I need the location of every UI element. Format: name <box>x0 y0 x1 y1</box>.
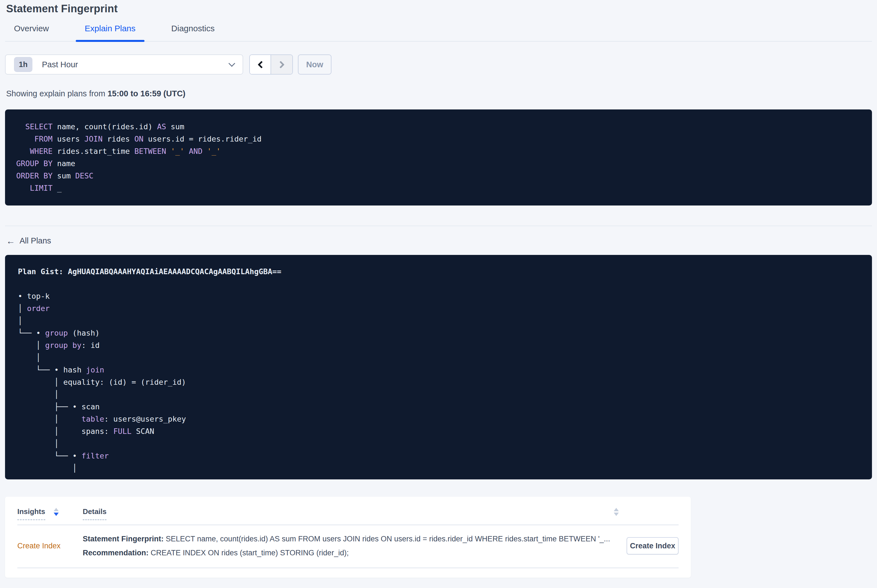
insights-table-header: Insights Details <box>17 507 678 525</box>
tab-overview[interactable]: Overview <box>5 24 58 41</box>
time-range-label: Past Hour <box>42 60 78 69</box>
previous-interval-button[interactable] <box>250 55 271 74</box>
time-step-buttons <box>249 54 293 75</box>
page-title: Statement Fingerprint <box>6 3 872 15</box>
tab-explain-plans[interactable]: Explain Plans <box>76 24 144 41</box>
insights-column-header: Insights <box>17 507 83 520</box>
showing-range: 15:00 to 16:59 (UTC) <box>108 89 186 98</box>
insights-card: Insights Details Create Index Statement … <box>5 497 691 578</box>
insight-row: Create Index Statement Fingerprint: SELE… <box>17 525 678 568</box>
sort-asc-icon <box>54 508 59 511</box>
time-range-select[interactable]: 1h Past Hour <box>5 54 243 75</box>
details-header-label: Details <box>83 507 107 520</box>
tab-diagnostics[interactable]: Diagnostics <box>162 24 224 41</box>
plan-gist-header: Plan Gist: AgHUAQIABQAAAHYAQIAiAEAAAADCQ… <box>18 266 859 278</box>
arrow-left-icon: ← <box>6 237 15 245</box>
sort-insights-icon[interactable] <box>54 508 59 516</box>
recommendation-label: Recommendation: <box>83 549 149 557</box>
time-range-badge: 1h <box>14 57 32 72</box>
create-index-button[interactable]: Create Index <box>627 537 678 555</box>
create-index-link[interactable]: Create Index <box>17 542 83 550</box>
chevron-left-icon <box>258 61 265 68</box>
sort-desc-icon <box>614 513 619 516</box>
sql-statement-code: SELECT name, count(rides.id) AS sum FROM… <box>16 121 861 194</box>
insight-details: Statement Fingerprint: SELECT name, coun… <box>83 532 627 560</box>
sort-details-icon[interactable] <box>614 508 619 516</box>
plan-gist-block: Plan Gist: AgHUAQIABQAAAHYAQIAiAEAAAADCQ… <box>5 255 872 479</box>
section-divider <box>5 226 872 226</box>
chevron-down-icon <box>228 60 235 67</box>
all-plans-label: All Plans <box>20 236 51 245</box>
details-column-header: Details <box>83 507 627 520</box>
all-plans-back-link[interactable]: ← All Plans <box>6 236 51 245</box>
next-interval-button[interactable] <box>271 55 292 74</box>
showing-range-text: Showing explain plans from 15:00 to 16:5… <box>6 89 872 98</box>
time-controls: 1h Past Hour Now <box>5 54 872 75</box>
sort-asc-icon <box>614 508 619 511</box>
recommendation-text: CREATE INDEX ON rides (start_time) STORI… <box>149 549 349 557</box>
recommendation-line: Recommendation: CREATE INDEX ON rides (s… <box>83 546 620 560</box>
sort-desc-icon <box>54 513 59 516</box>
statement-fingerprint-label: Statement Fingerprint: <box>83 535 164 543</box>
chevron-right-icon <box>277 61 284 68</box>
insights-header-label: Insights <box>17 507 45 520</box>
showing-prefix: Showing explain plans from <box>6 89 108 98</box>
statement-fingerprint-page: Statement Fingerprint Overview Explain P… <box>0 3 877 578</box>
statement-fingerprint-text: SELECT name, count(rides.id) AS sum FROM… <box>164 535 610 543</box>
plan-gist-tree: • top-k│ order│└── • group (hash) │ grou… <box>18 290 859 474</box>
tab-bar: Overview Explain Plans Diagnostics <box>5 24 872 42</box>
now-button[interactable]: Now <box>298 54 331 75</box>
sql-statement-block: SELECT name, count(rides.id) AS sum FROM… <box>5 110 872 206</box>
statement-fingerprint-line: Statement Fingerprint: SELECT name, coun… <box>83 532 620 546</box>
